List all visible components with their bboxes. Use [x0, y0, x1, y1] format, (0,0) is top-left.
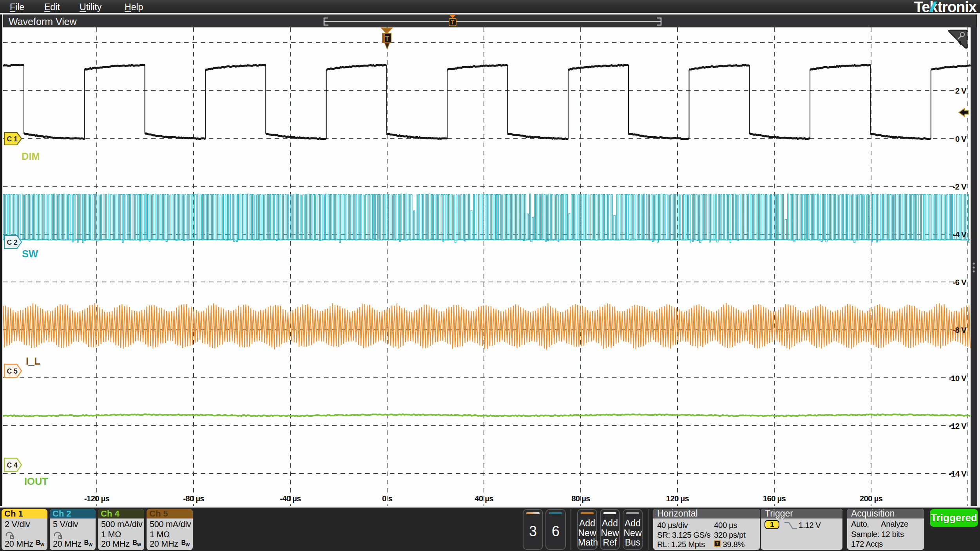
svg-text:IOUT: IOUT	[24, 476, 48, 487]
svg-text:0 s: 0 s	[382, 494, 392, 503]
svg-text:-6 V: -6 V	[953, 278, 967, 287]
svg-text:-80 µs: -80 µs	[183, 494, 204, 503]
svg-text:-40 µs: -40 µs	[280, 494, 301, 503]
svg-text:C 1: C 1	[7, 135, 18, 143]
svg-text:-2 V: -2 V	[953, 182, 967, 191]
svg-text:C 2: C 2	[7, 238, 18, 246]
svg-text:-10 V: -10 V	[949, 374, 967, 383]
svg-text:120 µs: 120 µs	[666, 494, 689, 503]
svg-text:-4 V: -4 V	[953, 230, 967, 239]
svg-text:T: T	[385, 35, 389, 42]
svg-text:C 5: C 5	[7, 367, 18, 375]
svg-text:200 µs: 200 µs	[860, 494, 883, 503]
svg-text:T: T	[451, 19, 455, 25]
svg-text:40 µs: 40 µs	[475, 494, 493, 503]
svg-text:C 4: C 4	[7, 461, 18, 469]
svg-text:SW: SW	[22, 248, 38, 259]
svg-text:160 µs: 160 µs	[763, 494, 786, 503]
svg-text:2 V: 2 V	[955, 86, 967, 95]
svg-text:DIM: DIM	[22, 151, 40, 162]
svg-text:-14 V: -14 V	[949, 469, 967, 478]
svg-text:0 V: 0 V	[955, 134, 967, 143]
svg-text:-12 V: -12 V	[949, 421, 967, 430]
svg-text:-120 µs: -120 µs	[84, 494, 110, 503]
svg-text:I_L: I_L	[26, 356, 40, 367]
svg-text:80 µs: 80 µs	[571, 494, 590, 503]
svg-text:-8 V: -8 V	[953, 325, 967, 334]
